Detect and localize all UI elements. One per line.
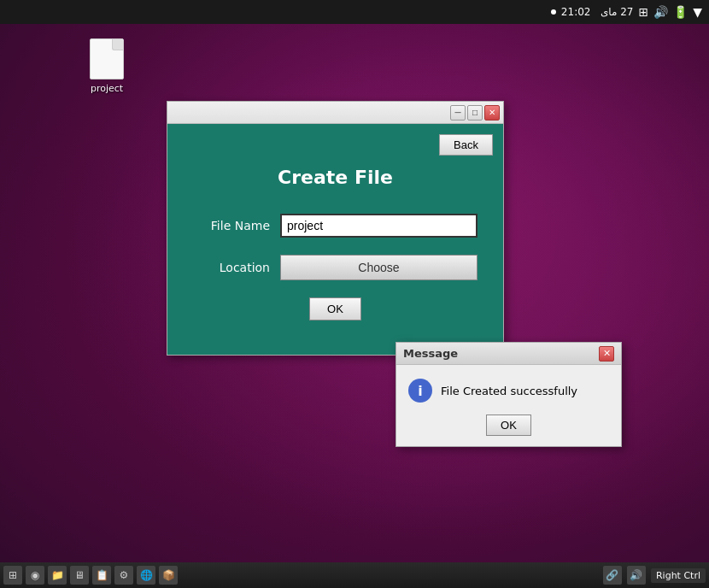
maximize-button[interactable]: □ [467,105,483,121]
taskbar-network-icon[interactable]: 🔗 [603,566,622,585]
taskbar-icon-8[interactable]: 📦 [159,566,178,585]
topbar-right: 27 مای 21:02 ⊞ 🔊 🔋 ▼ [551,5,702,19]
network-icon[interactable]: ⊞ [638,5,648,19]
taskbar-right: 🔗 🔊 Right Ctrl [603,566,706,585]
close-button[interactable]: ✕ [484,105,500,121]
create-ok-button[interactable]: OK [309,297,361,320]
topbar-dot [551,9,556,15]
message-close-button[interactable]: ✕ [599,346,614,362]
taskbar-icon-1[interactable]: ⊞ [3,566,22,585]
taskbar-icon-5[interactable]: 📋 [92,566,111,585]
file-name-row: File Name [193,214,478,238]
volume-icon[interactable]: 🔊 [653,5,668,19]
window-content: Back Create File File Name Location Choo… [167,124,503,355]
message-row: i File Created successfully [408,379,609,403]
taskbar-icon-2[interactable]: ◉ [26,566,44,585]
taskbar-icon-3[interactable]: 📁 [48,566,67,585]
info-icon: i [408,379,432,403]
desktop: 27 مای 21:02 ⊞ 🔊 🔋 ▼ project ─ □ ✕ Back … [0,0,709,588]
choose-button[interactable]: Choose [280,255,478,280]
message-titlebar: Message ✕ [396,343,621,365]
back-button[interactable]: Back [439,134,493,156]
file-name-input[interactable] [280,214,478,238]
topbar: 27 مای 21:02 ⊞ 🔊 🔋 ▼ [0,0,709,24]
taskbar-volume-icon[interactable]: 🔊 [627,566,646,585]
dialog-title: Create File [193,167,478,188]
file-name-label: File Name [193,219,270,232]
desktop-icon-label: project [91,83,123,94]
desktop-icon-project[interactable]: project [77,38,137,94]
message-body: i File Created successfully OK [396,365,621,446]
taskbar-right-label: Right Ctrl [651,568,706,583]
taskbar-left: ⊞ ◉ 📁 🖥 📋 ⚙ 🌐 📦 [3,566,178,585]
taskbar: ⊞ ◉ 📁 🖥 📋 ⚙ 🌐 📦 🔗 🔊 Right Ctrl [0,562,709,588]
message-text: File Created successfully [441,385,577,397]
topbar-time: 27 مای 21:02 [561,6,634,18]
window-controls: ─ □ ✕ [450,105,500,121]
message-dialog: Message ✕ i File Created successfully OK [396,342,622,447]
create-file-dialog: ─ □ ✕ Back Create File File Name Locatio… [167,101,504,356]
taskbar-icon-6[interactable]: ⚙ [114,566,133,585]
minimize-button[interactable]: ─ [450,105,466,121]
battery-icon[interactable]: 🔋 [673,5,688,19]
message-ok-button[interactable]: OK [486,415,531,436]
taskbar-icon-7[interactable]: 🌐 [137,566,155,585]
taskbar-icon-4[interactable]: 🖥 [70,566,89,585]
location-row: Location Choose [193,255,478,280]
location-label: Location [193,261,270,274]
file-icon [90,38,124,79]
window-titlebar: ─ □ ✕ [167,102,503,124]
menu-icon[interactable]: ▼ [693,5,702,19]
message-dialog-title: Message [403,347,458,360]
